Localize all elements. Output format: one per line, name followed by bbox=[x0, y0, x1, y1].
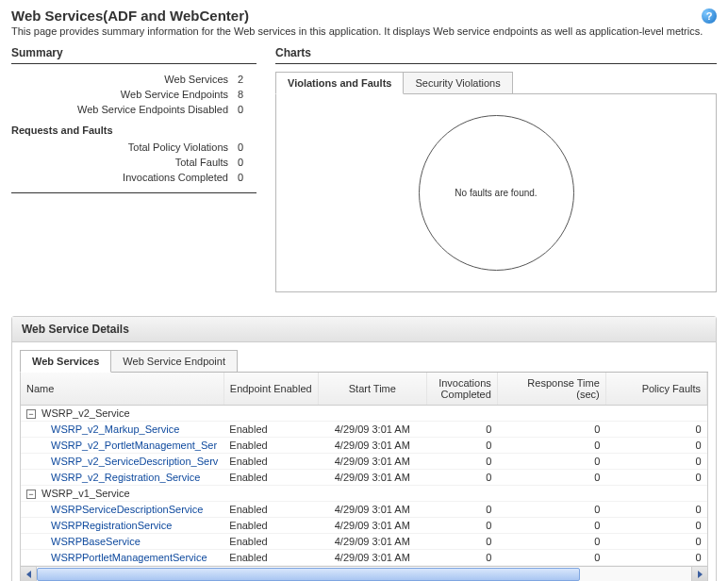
table-row: WSRPRegistrationServiceEnabled4/29/09 3:… bbox=[21, 518, 707, 534]
details-tabs: Web Services Web Service Endpoint bbox=[20, 350, 708, 373]
collapse-icon[interactable]: − bbox=[26, 490, 36, 499]
divider bbox=[11, 192, 256, 193]
cell-response-time: 0 bbox=[497, 454, 605, 470]
service-link[interactable]: WSRP_v2_PortletManagement_Ser bbox=[51, 440, 217, 451]
stat-disabled: Web Service Endpoints Disabled 0 bbox=[11, 102, 256, 117]
table-row: WSRPPortletManagementServiceEnabled4/29/… bbox=[21, 550, 707, 566]
cell-response-time: 0 bbox=[497, 502, 605, 518]
table-row: WSRP_v2_ServiceDescription_ServEnabled4/… bbox=[21, 454, 707, 470]
cell-enabled: Enabled bbox=[223, 438, 318, 454]
service-link[interactable]: WSRPRegistrationService bbox=[51, 520, 172, 531]
cell-policy-faults: 0 bbox=[605, 454, 706, 470]
chevron-right-icon bbox=[698, 571, 703, 578]
cell-invocations: 0 bbox=[426, 518, 497, 534]
table-row: WSRP_v2_Registration_ServiceEnabled4/29/… bbox=[21, 470, 707, 486]
stat-web-services: Web Services 2 bbox=[11, 72, 256, 87]
service-link[interactable]: WSRP_v2_Markup_Service bbox=[51, 423, 179, 435]
tab-web-services[interactable]: Web Services bbox=[20, 350, 111, 373]
col-endpoint-enabled[interactable]: Endpoint Enabled bbox=[223, 373, 318, 406]
cell-invocations: 0 bbox=[426, 534, 497, 550]
cell-start: 4/29/09 3:01 AM bbox=[318, 550, 426, 566]
service-link[interactable]: WSRP_v2_Registration_Service bbox=[51, 472, 200, 483]
cell-start: 4/29/09 3:01 AM bbox=[318, 454, 426, 470]
col-name[interactable]: Name bbox=[21, 373, 223, 406]
cell-policy-faults: 0 bbox=[605, 550, 706, 566]
col-invocations[interactable]: Invocations Completed bbox=[426, 373, 497, 406]
service-link[interactable]: WSRPPortletManagementService bbox=[51, 552, 207, 563]
cell-start: 4/29/09 3:01 AM bbox=[318, 518, 426, 534]
col-start-time[interactable]: Start Time bbox=[318, 373, 426, 406]
cell-policy-faults: 0 bbox=[605, 422, 706, 438]
cell-enabled: Enabled bbox=[223, 454, 318, 470]
summary-heading: Summary bbox=[11, 46, 256, 64]
scroll-left-button[interactable] bbox=[21, 567, 37, 581]
stat-endpoints: Web Service Endpoints 8 bbox=[11, 87, 256, 102]
chart-empty-text: No faults are found. bbox=[455, 188, 537, 198]
cell-policy-faults: 0 bbox=[605, 438, 706, 454]
cell-invocations: 0 bbox=[426, 422, 497, 438]
cell-start: 4/29/09 3:01 AM bbox=[318, 470, 426, 486]
stat-label: Total Faults bbox=[11, 157, 238, 168]
scroll-thumb[interactable] bbox=[37, 568, 580, 581]
collapse-icon[interactable]: − bbox=[26, 409, 36, 419]
cell-policy-faults: 0 bbox=[605, 534, 706, 550]
table-row: WSRPBaseServiceEnabled4/29/09 3:01 AM000 bbox=[21, 534, 707, 550]
cell-invocations: 0 bbox=[426, 454, 497, 470]
service-link[interactable]: WSRPBaseService bbox=[51, 536, 141, 547]
tab-violations-faults[interactable]: Violations and Faults bbox=[275, 72, 404, 94]
cell-response-time: 0 bbox=[497, 534, 605, 550]
help-icon[interactable]: ? bbox=[702, 8, 717, 24]
cell-invocations: 0 bbox=[426, 470, 497, 486]
page-title: Web Services(ADF and WebCenter) bbox=[11, 8, 249, 24]
cell-enabled: Enabled bbox=[223, 550, 318, 566]
stat-label: Web Services bbox=[11, 74, 238, 85]
stat-value: 0 bbox=[238, 141, 256, 153]
chevron-left-icon bbox=[26, 571, 31, 578]
table-group-row: − WSRP_v2_Service bbox=[21, 406, 707, 422]
table-row: WSRP_v2_Markup_ServiceEnabled4/29/09 3:0… bbox=[21, 422, 707, 438]
page-description: This page provides summary information f… bbox=[11, 25, 717, 37]
table-row: WSRPServiceDescriptionServiceEnabled4/29… bbox=[21, 502, 707, 518]
stat-label: Total Policy Violations bbox=[11, 141, 238, 153]
col-policy-faults[interactable]: Policy Faults bbox=[605, 373, 706, 406]
table-group-row: − WSRP_v1_Service bbox=[21, 486, 707, 502]
charts-heading: Charts bbox=[275, 46, 717, 64]
service-link[interactable]: WSRP_v2_ServiceDescription_Serv bbox=[51, 456, 218, 467]
stat-policy-violations: Total Policy Violations 0 bbox=[11, 140, 256, 155]
tab-web-service-endpoint[interactable]: Web Service Endpoint bbox=[110, 350, 238, 372]
stat-value: 0 bbox=[238, 157, 256, 168]
stat-value: 0 bbox=[238, 172, 256, 183]
horizontal-scrollbar[interactable] bbox=[20, 567, 708, 581]
stat-total-faults: Total Faults 0 bbox=[11, 155, 256, 170]
cell-response-time: 0 bbox=[497, 422, 605, 438]
service-link[interactable]: WSRPServiceDescriptionService bbox=[51, 504, 203, 515]
chart-area: No faults are found. bbox=[275, 94, 717, 292]
stat-value: 0 bbox=[238, 104, 256, 115]
scroll-right-button[interactable] bbox=[691, 567, 707, 581]
cell-start: 4/29/09 3:01 AM bbox=[318, 502, 426, 518]
cell-enabled: Enabled bbox=[223, 518, 318, 534]
cell-policy-faults: 0 bbox=[605, 518, 706, 534]
stat-label: Invocations Completed bbox=[11, 172, 238, 183]
cell-enabled: Enabled bbox=[223, 422, 318, 438]
cell-enabled: Enabled bbox=[223, 534, 318, 550]
cell-enabled: Enabled bbox=[223, 502, 318, 518]
cell-invocations: 0 bbox=[426, 502, 497, 518]
cell-invocations: 0 bbox=[426, 550, 497, 566]
tab-security-violations[interactable]: Security Violations bbox=[403, 72, 512, 93]
requests-faults-heading: Requests and Faults bbox=[11, 124, 256, 136]
table-row: WSRP_v2_PortletManagement_SerEnabled4/29… bbox=[21, 438, 707, 454]
cell-invocations: 0 bbox=[426, 438, 497, 454]
stat-value: 2 bbox=[238, 74, 256, 85]
scroll-track[interactable] bbox=[37, 567, 691, 581]
cell-response-time: 0 bbox=[497, 550, 605, 566]
cell-response-time: 0 bbox=[497, 518, 605, 534]
cell-response-time: 0 bbox=[497, 470, 605, 486]
cell-start: 4/29/09 3:01 AM bbox=[318, 438, 426, 454]
cell-policy-faults: 0 bbox=[605, 502, 706, 518]
stat-invocations: Invocations Completed 0 bbox=[11, 170, 256, 185]
col-response-time[interactable]: Response Time (sec) bbox=[497, 373, 605, 406]
group-name: WSRP_v1_Service bbox=[41, 488, 130, 499]
chart-tabs: Violations and Faults Security Violation… bbox=[275, 72, 717, 94]
cell-start: 4/29/09 3:01 AM bbox=[318, 422, 426, 438]
